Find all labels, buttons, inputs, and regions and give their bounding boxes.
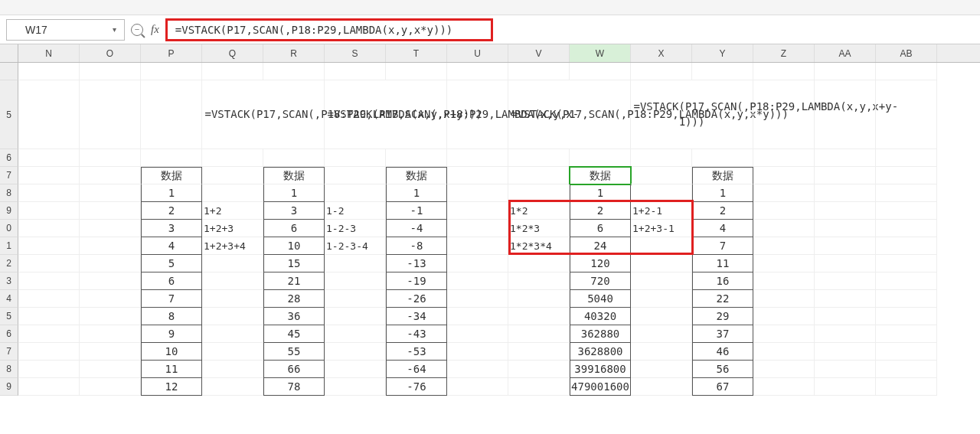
cell[interactable] — [570, 63, 631, 80]
cell[interactable]: 1 — [141, 184, 202, 202]
cell[interactable]: 1*2 — [508, 202, 570, 220]
cell[interactable] — [263, 149, 325, 167]
cell[interactable] — [876, 167, 937, 184]
cell[interactable] — [508, 149, 570, 167]
cell[interactable] — [631, 361, 692, 378]
row-header[interactable]: 5 — [0, 308, 18, 325]
cell[interactable] — [876, 343, 937, 361]
cell[interactable] — [447, 63, 508, 80]
cell[interactable] — [876, 255, 937, 272]
cell[interactable] — [508, 167, 570, 184]
cell[interactable] — [815, 272, 876, 290]
cell[interactable] — [508, 63, 570, 80]
cell[interactable]: 1*2*3 — [508, 220, 570, 237]
col-header-Q[interactable]: Q — [202, 44, 263, 62]
cell[interactable] — [447, 80, 508, 149]
cell[interactable] — [692, 63, 753, 80]
cell[interactable] — [753, 325, 815, 343]
cell[interactable] — [447, 272, 508, 290]
cell[interactable] — [202, 255, 263, 272]
cell[interactable]: 29 — [692, 308, 753, 325]
cell[interactable] — [815, 325, 876, 343]
row-header[interactable]: 9 — [0, 202, 18, 220]
cell[interactable]: 55 — [263, 343, 325, 361]
cell[interactable] — [631, 63, 692, 80]
cell[interactable] — [508, 255, 570, 272]
cell[interactable] — [815, 361, 876, 378]
cell[interactable] — [202, 167, 263, 184]
col-header-P[interactable]: P — [141, 44, 202, 62]
cell[interactable]: 8 — [141, 308, 202, 325]
cell[interactable] — [80, 220, 141, 237]
cell[interactable] — [202, 361, 263, 378]
row-header[interactable]: 2 — [0, 255, 18, 272]
cell[interactable] — [386, 149, 447, 167]
col-header-N[interactable]: N — [18, 44, 80, 62]
cell-formula-W[interactable]: =VSTACK(P17,SCAN(,P18:P29,LAMBDA(x,y,x*y… — [508, 80, 631, 149]
col-header-AB[interactable]: AB — [876, 44, 937, 62]
cell[interactable] — [815, 343, 876, 361]
cell[interactable] — [753, 220, 815, 237]
cell[interactable] — [508, 184, 570, 202]
cell[interactable]: 12 — [141, 378, 202, 396]
cell[interactable] — [325, 325, 386, 343]
cell[interactable] — [447, 308, 508, 325]
cell[interactable]: 1 — [263, 184, 325, 202]
cell[interactable]: 1+2-1 — [631, 202, 692, 220]
cell[interactable] — [447, 237, 508, 255]
cell[interactable] — [80, 290, 141, 308]
cell[interactable] — [876, 80, 937, 149]
cell[interactable] — [80, 361, 141, 378]
cell[interactable]: 1 — [692, 184, 753, 202]
cell[interactable]: 1+2 — [202, 202, 263, 220]
cell[interactable] — [876, 202, 937, 220]
cell[interactable] — [815, 308, 876, 325]
cell[interactable] — [447, 220, 508, 237]
col-header-V[interactable]: V — [508, 44, 570, 62]
cell[interactable] — [508, 378, 570, 396]
cell[interactable] — [386, 63, 447, 80]
cell[interactable] — [447, 149, 508, 167]
cell[interactable] — [570, 149, 631, 167]
cell[interactable]: 1+2+3-1 — [631, 220, 692, 237]
cell[interactable] — [202, 290, 263, 308]
cell[interactable]: 1+2+3+4 — [202, 237, 263, 255]
cell[interactable] — [18, 308, 80, 325]
cell[interactable] — [631, 149, 692, 167]
cell[interactable] — [18, 290, 80, 308]
row-header[interactable]: 9 — [0, 378, 18, 396]
cell[interactable]: 4 — [692, 220, 753, 237]
cell[interactable]: 9 — [141, 325, 202, 343]
cell[interactable] — [876, 325, 937, 343]
cell[interactable]: 4 — [141, 237, 202, 255]
cell[interactable] — [447, 202, 508, 220]
cell[interactable] — [815, 184, 876, 202]
cell[interactable] — [325, 167, 386, 184]
cell[interactable]: 28 — [263, 290, 325, 308]
cell[interactable]: 39916800 — [570, 361, 631, 378]
cell[interactable]: 10 — [263, 237, 325, 255]
cell[interactable]: 67 — [692, 378, 753, 396]
cell[interactable] — [876, 272, 937, 290]
cell[interactable]: 2 — [692, 202, 753, 220]
cell[interactable]: 10 — [141, 343, 202, 361]
cell[interactable] — [202, 149, 263, 167]
cell[interactable]: 3 — [141, 220, 202, 237]
cell[interactable] — [753, 308, 815, 325]
cell[interactable] — [631, 378, 692, 396]
cell[interactable]: 1+2+3 — [202, 220, 263, 237]
cell[interactable]: 16 — [692, 272, 753, 290]
cell[interactable]: 37 — [692, 325, 753, 343]
cell[interactable] — [202, 325, 263, 343]
cell[interactable] — [815, 149, 876, 167]
cell[interactable] — [202, 184, 263, 202]
cell[interactable] — [18, 167, 80, 184]
cell[interactable] — [325, 308, 386, 325]
cell[interactable]: 2 — [570, 202, 631, 220]
cell[interactable]: 45 — [263, 325, 325, 343]
cell[interactable]: 6 — [141, 272, 202, 290]
name-box[interactable]: W17 ▾ — [6, 19, 125, 41]
cell[interactable] — [18, 378, 80, 396]
cell[interactable] — [447, 343, 508, 361]
cell[interactable] — [508, 325, 570, 343]
